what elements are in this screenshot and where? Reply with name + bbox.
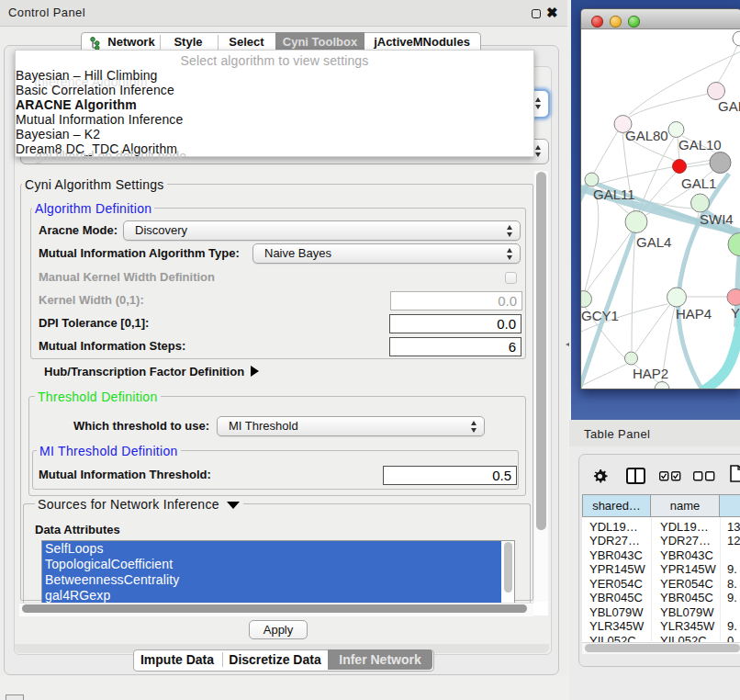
svg-text:HAP4: HAP4 bbox=[676, 306, 712, 322]
svg-text:GAL10: GAL10 bbox=[678, 137, 722, 152]
svg-text:GCY1: GCY1 bbox=[581, 308, 619, 323]
svg-text:GAL1: GAL1 bbox=[681, 175, 716, 191]
svg-text:GAL80: GAL80 bbox=[625, 128, 668, 143]
svg-text:SWI4: SWI4 bbox=[700, 211, 734, 227]
svg-text:GAL4: GAL4 bbox=[636, 234, 671, 250]
svg-text:GAL11: GAL11 bbox=[593, 186, 635, 202]
svg-text:YM: YM bbox=[731, 305, 740, 321]
svg-text:HAP2: HAP2 bbox=[633, 366, 668, 381]
svg-text:GAL2: GAL2 bbox=[718, 98, 740, 114]
